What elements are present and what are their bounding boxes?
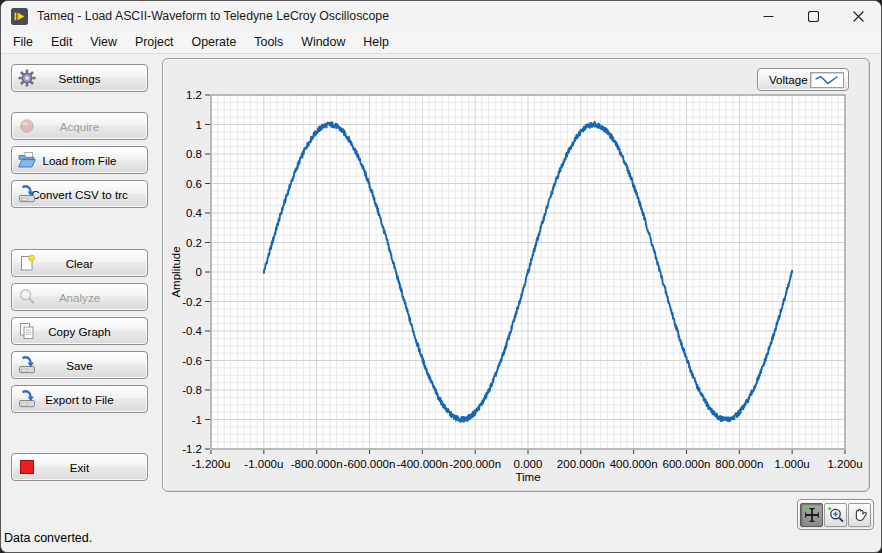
plot-legend-button[interactable]: Voltage bbox=[757, 68, 849, 91]
pan-tool-icon bbox=[850, 505, 870, 525]
magnifier-icon bbox=[17, 287, 37, 307]
save-disk-icon bbox=[17, 389, 37, 409]
x-tick-label: 1.200u bbox=[827, 458, 862, 470]
sidebar-button-exit[interactable]: Exit bbox=[11, 453, 148, 481]
y-tick-label: -0.2 bbox=[182, 296, 202, 308]
x-tick-label: 1.000u bbox=[775, 458, 810, 470]
y-tick-label: -1 bbox=[192, 414, 202, 426]
x-tick-label: -1.000u bbox=[244, 458, 283, 470]
copy-pages-icon bbox=[17, 321, 37, 341]
close-button[interactable] bbox=[836, 1, 881, 31]
sidebar-button-label: Clear bbox=[66, 257, 94, 270]
status-text: Data converted. bbox=[4, 531, 92, 545]
x-tick-label: -800.000n bbox=[291, 458, 343, 470]
x-tick-label: -600.000n bbox=[344, 458, 396, 470]
menu-item-file[interactable]: File bbox=[4, 32, 42, 52]
pan-tool-button[interactable] bbox=[848, 503, 871, 527]
stop-square-icon bbox=[17, 457, 37, 477]
sidebar: SettingsAcquireLoad from FileConvert CSV… bbox=[11, 64, 148, 481]
y-tick-label: 0.8 bbox=[186, 148, 202, 160]
sidebar-button-label: Acquire bbox=[60, 120, 99, 133]
sidebar-button-settings[interactable]: Settings bbox=[11, 64, 148, 92]
y-tick-label: 0 bbox=[196, 266, 202, 278]
menubar: FileEditViewProjectOperateToolsWindowHel… bbox=[1, 31, 881, 54]
x-tick-label: -400.000n bbox=[396, 458, 448, 470]
x-tick-label: -200.000n bbox=[449, 458, 501, 470]
sidebar-button-copy-graph[interactable]: Copy Graph bbox=[11, 317, 148, 345]
y-tick-label: 0.6 bbox=[186, 178, 202, 190]
save-disk-icon bbox=[17, 355, 37, 375]
graph-tools-palette bbox=[797, 499, 874, 530]
labview-app-icon bbox=[11, 8, 28, 25]
plot-line-sample-icon bbox=[810, 72, 844, 88]
menu-item-project[interactable]: Project bbox=[126, 32, 183, 52]
record-dot-icon bbox=[17, 116, 37, 136]
cursor-tool-icon bbox=[802, 505, 822, 525]
sidebar-button-export-to-file[interactable]: Export to File bbox=[11, 385, 148, 413]
sidebar-button-clear[interactable]: Clear bbox=[11, 249, 148, 277]
y-axis-title: Amplitude bbox=[170, 246, 182, 297]
x-tick-label: 0.000 bbox=[514, 458, 543, 470]
app-window: Tameq - Load ASCII-Waveform to Teledyne … bbox=[0, 0, 882, 553]
sidebar-button-convert-csv-to-trc[interactable]: Convert CSV to trc bbox=[11, 180, 148, 208]
minimize-button[interactable] bbox=[746, 1, 791, 31]
y-tick-label: 1 bbox=[196, 119, 202, 131]
sidebar-button-analyze[interactable]: Analyze bbox=[11, 283, 148, 311]
sidebar-button-acquire[interactable]: Acquire bbox=[11, 112, 148, 140]
sidebar-button-label: Load from File bbox=[42, 154, 116, 167]
sidebar-button-label: Export to File bbox=[45, 393, 113, 406]
x-tick-label: 400.000n bbox=[610, 458, 658, 470]
new-document-icon bbox=[17, 253, 37, 273]
menu-item-operate[interactable]: Operate bbox=[183, 32, 246, 52]
zoom-tool-button[interactable] bbox=[824, 503, 847, 527]
y-tick-label: -0.8 bbox=[182, 384, 202, 396]
y-tick-label: -0.4 bbox=[182, 325, 202, 337]
open-folder-icon bbox=[17, 150, 37, 170]
sidebar-button-label: Analyze bbox=[59, 291, 100, 304]
cursor-tool-button[interactable] bbox=[800, 503, 823, 527]
sidebar-button-label: Save bbox=[66, 359, 92, 372]
menu-item-tools[interactable]: Tools bbox=[245, 32, 292, 52]
sidebar-button-save[interactable]: Save bbox=[11, 351, 148, 379]
y-tick-label: 0.4 bbox=[186, 207, 203, 219]
window-controls bbox=[746, 1, 881, 31]
x-tick-label: -1.200u bbox=[191, 458, 230, 470]
sidebar-button-label: Exit bbox=[70, 461, 89, 474]
waveform-graph[interactable]: -1.200u-1.000u-800.000n-600.000n-400.000… bbox=[163, 59, 871, 493]
window-title: Tameq - Load ASCII-Waveform to Teledyne … bbox=[37, 9, 389, 23]
sidebar-button-label: Settings bbox=[59, 72, 101, 85]
sidebar-button-label: Convert CSV to trc bbox=[31, 188, 128, 201]
x-axis-title: Time bbox=[515, 471, 540, 483]
menu-item-view[interactable]: View bbox=[81, 32, 126, 52]
graph-panel: -1.200u-1.000u-800.000n-600.000n-400.000… bbox=[162, 58, 870, 492]
y-tick-label: 0.2 bbox=[186, 237, 202, 249]
gear-icon bbox=[17, 68, 37, 88]
titlebar[interactable]: Tameq - Load ASCII-Waveform to Teledyne … bbox=[1, 1, 881, 31]
x-tick-label: 800.000n bbox=[715, 458, 763, 470]
sidebar-button-label: Copy Graph bbox=[48, 325, 111, 338]
plot-legend-label: Voltage bbox=[769, 73, 808, 86]
maximize-button[interactable] bbox=[791, 1, 836, 31]
x-tick-label: 200.000n bbox=[557, 458, 605, 470]
y-tick-label: 1.2 bbox=[186, 89, 202, 101]
menu-item-help[interactable]: Help bbox=[354, 32, 397, 52]
x-tick-label: 600.000n bbox=[663, 458, 711, 470]
save-disk-icon bbox=[17, 184, 37, 204]
y-tick-label: -0.6 bbox=[182, 355, 202, 367]
y-tick-label: -1.2 bbox=[182, 443, 202, 455]
sidebar-button-load-from-file[interactable]: Load from File bbox=[11, 146, 148, 174]
menu-item-edit[interactable]: Edit bbox=[42, 32, 81, 52]
menu-item-window[interactable]: Window bbox=[292, 32, 354, 52]
zoom-tool-icon bbox=[826, 505, 846, 525]
